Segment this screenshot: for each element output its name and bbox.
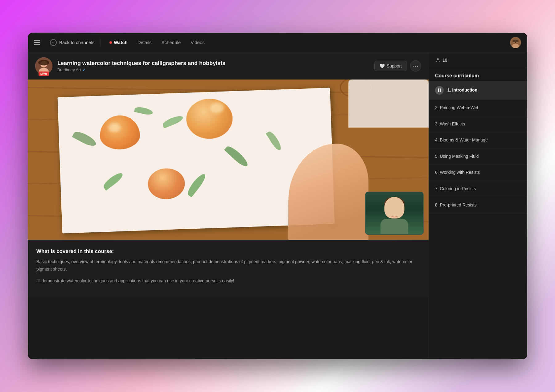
back-icon: ←	[50, 39, 57, 46]
curriculum-item-5[interactable]: 5. Using Masking Fluid	[429, 149, 527, 165]
schedule-tab-label: Schedule	[162, 40, 181, 45]
host-avatar: LIVE	[35, 57, 52, 75]
verified-icon: ✔	[82, 67, 86, 72]
back-to-channels-button[interactable]: ← Back to channels	[50, 39, 94, 46]
live-badge: LIVE	[39, 71, 49, 76]
curriculum-label-2: 2. Painting Wet-in-Wet	[435, 105, 478, 111]
details-tab-label: Details	[138, 40, 152, 45]
fruit-1	[99, 115, 140, 150]
live-dot-icon	[109, 41, 112, 44]
svg-point-10	[42, 63, 43, 64]
viewer-count: 18	[435, 57, 447, 63]
video-player[interactable]	[28, 80, 429, 240]
channel-info: Learning watercolor techniques for calli…	[57, 60, 369, 72]
schedule-tab[interactable]: Schedule	[159, 38, 183, 47]
top-nav: ← Back to channels Watch Details Schedul…	[28, 33, 527, 52]
webcam-overlay	[365, 192, 424, 235]
pause-button[interactable]	[435, 86, 444, 95]
curriculum-item-4[interactable]: 4. Blooms & Water Manage	[429, 132, 527, 149]
description-heading: What is covered in this course:	[36, 248, 420, 255]
sidebar-header: 18	[429, 52, 527, 68]
webcam-body	[380, 219, 408, 234]
curriculum-label-8: 8. Pre-printed Resists	[435, 202, 477, 208]
curriculum-item-8[interactable]: 8. Pre-printed Resists	[429, 197, 527, 214]
curriculum-item-3[interactable]: 3. Wash Effects	[429, 116, 527, 133]
leaf-1	[72, 129, 98, 148]
curriculum-label-3: 3. Wash Effects	[435, 121, 465, 127]
fruit-2	[186, 98, 233, 139]
viewer-count-number: 18	[442, 58, 447, 63]
curriculum-label-5: 5. Using Masking Fluid	[435, 153, 479, 160]
svg-rect-9	[38, 60, 49, 65]
description-text-2: I'll demonstrate watercolor techniques a…	[36, 277, 420, 285]
fruit-1-highlight	[108, 123, 121, 133]
fruit-2-highlight	[210, 102, 224, 113]
curriculum-item-6[interactable]: 6. Working with Resists	[429, 165, 527, 181]
leaf-2	[162, 114, 184, 128]
app-window: ← Back to channels Watch Details Schedul…	[28, 33, 527, 359]
leaf-3	[224, 144, 250, 169]
leaf-5	[134, 106, 153, 116]
leaf-7	[266, 130, 283, 152]
leaf-6	[185, 172, 208, 197]
description-text-1: Basic techniques, overview of terminolog…	[36, 258, 420, 273]
curriculum-list: 1. Introduction 2. Painting Wet-in-Wet 3…	[429, 81, 527, 359]
support-button[interactable]: 🤍 Support	[374, 61, 407, 71]
right-sidebar: 18 Course curriculum 1. Introduction 2. …	[429, 52, 527, 359]
main-content: LIVE Learning watercolor techniques for …	[28, 52, 527, 359]
channel-title: Learning watercolor techniques for calli…	[57, 60, 369, 67]
curriculum-label-4: 4. Blooms & Water Manage	[435, 137, 488, 143]
curriculum-item-7[interactable]: 7. Coloring in Resists	[429, 181, 527, 197]
fruit-3	[147, 168, 185, 200]
curriculum-label-6: 6. Working with Resists	[435, 169, 480, 176]
support-label: Support	[387, 63, 402, 68]
author-name: Bradburry Art	[57, 67, 81, 72]
videos-tab[interactable]: Videos	[188, 38, 207, 47]
back-to-channels-label: Back to channels	[59, 40, 94, 45]
channel-author: Bradburry Art ✔	[57, 67, 369, 72]
curriculum-item-1[interactable]: 1. Introduction	[429, 81, 527, 100]
curriculum-title: Course curriculum	[429, 68, 527, 81]
course-description: What is covered in this course: Basic te…	[28, 240, 429, 297]
pause-icon	[438, 88, 441, 92]
leaf-4	[101, 171, 124, 190]
more-icon: ⋯	[413, 63, 418, 69]
video-area: LIVE Learning watercolor techniques for …	[28, 52, 429, 359]
curriculum-item-2[interactable]: 2. Painting Wet-in-Wet	[429, 100, 527, 116]
channel-header: LIVE Learning watercolor techniques for …	[28, 52, 429, 80]
person-icon	[435, 57, 441, 63]
watch-tab[interactable]: Watch	[107, 38, 130, 47]
user-avatar[interactable]	[510, 37, 521, 48]
svg-point-22	[437, 58, 439, 60]
more-options-button[interactable]: ⋯	[410, 60, 421, 71]
webcam-head	[384, 197, 405, 218]
curriculum-label-1: 1. Introduction	[447, 87, 477, 93]
webcam-smile	[391, 214, 398, 217]
svg-rect-21	[348, 80, 429, 128]
details-tab[interactable]: Details	[135, 38, 154, 47]
watch-tab-label: Watch	[114, 40, 127, 45]
video-thumbnail	[28, 80, 429, 240]
curriculum-label-7: 7. Coloring in Resists	[435, 186, 476, 192]
heart-icon: 🤍	[380, 63, 385, 68]
webcam-person	[366, 192, 423, 234]
videos-tab-label: Videos	[191, 40, 205, 45]
nav-divider	[101, 39, 101, 46]
svg-point-11	[44, 63, 46, 64]
svg-rect-5	[512, 39, 519, 43]
hamburger-button[interactable]	[34, 37, 45, 48]
channel-actions: 🤍 Support ⋯	[374, 60, 421, 71]
